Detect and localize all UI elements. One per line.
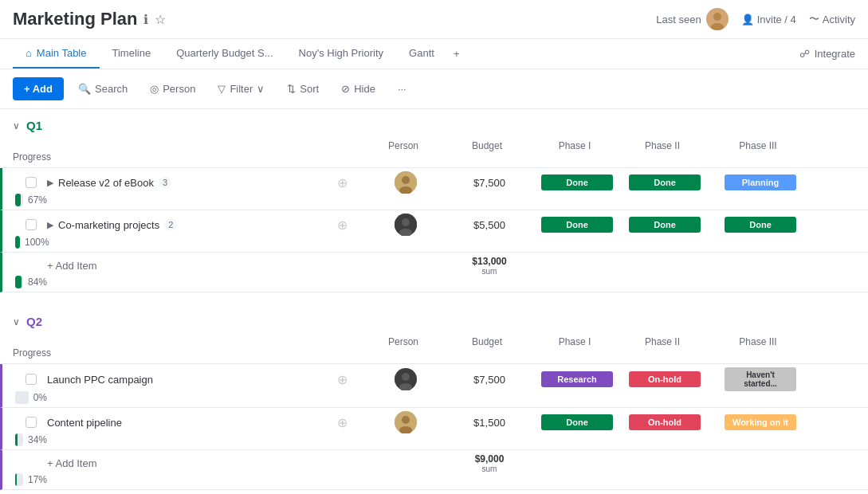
phase1-badge[interactable]: Done (541, 217, 613, 233)
filter-button[interactable]: ▽ Filter ∨ (210, 78, 273, 100)
content: ∨ Q1 Person Budget Phase I Phase II Phas… (0, 109, 868, 494)
phase1-cell[interactable]: Done (533, 217, 621, 233)
phase2-cell[interactable]: On-hold (621, 414, 709, 430)
row-checkbox[interactable] (15, 177, 47, 188)
progress-cell: 100% (15, 236, 47, 249)
progress-bar (15, 391, 29, 404)
row-add-button[interactable]: ⊕ (318, 218, 366, 233)
expand-icon[interactable]: ▶ (47, 178, 53, 188)
phase3-badge[interactable]: Working on it (725, 414, 796, 430)
budget-cell: $1,500 (446, 417, 533, 429)
add-item-label[interactable]: + Add Item (47, 457, 318, 469)
phase3-cell[interactable]: Planning (709, 174, 812, 190)
progress-pct: 67% (28, 194, 47, 206)
phase1-cell[interactable]: Done (533, 174, 621, 190)
table-row: Content pipeline ⊕ $1,500 Done On-hold W… (0, 408, 868, 450)
sum-budget: $13,000 sum (446, 256, 533, 276)
star-icon[interactable]: ☆ (155, 12, 166, 27)
tabs: ⌂ Main Table Timeline Quarterly Budget S… (0, 39, 868, 69)
person-cell (366, 171, 446, 194)
svg-point-1 (713, 13, 721, 21)
phase2-badge[interactable]: On-hold (629, 371, 701, 387)
row-add-button[interactable]: ⊕ (318, 372, 366, 387)
person-cell (366, 368, 446, 390)
hide-label: Hide (354, 83, 375, 95)
phase3-badge[interactable]: Done (725, 217, 796, 233)
phase2-badge[interactable]: Done (629, 217, 701, 233)
phase1-cell[interactable]: Research (533, 371, 621, 387)
sum-progress-pct: 84% (28, 276, 47, 288)
phase3-badge[interactable]: Haven't started... (725, 367, 796, 391)
section-q1-toggle[interactable]: ∨ (13, 120, 20, 131)
add-item-label[interactable]: + Add Item (47, 260, 318, 272)
add-item-row-q2[interactable]: + Add Item $9,000 sum 17% (0, 450, 868, 490)
col-progress: Progress (13, 347, 45, 359)
activity-button[interactable]: 〜 Activity (809, 12, 855, 26)
sub-count: 2 (164, 219, 177, 230)
tab-noys-high-priority[interactable]: Noy's High Priority (286, 39, 397, 69)
add-item-row-q1[interactable]: + Add Item $13,000 sum 84% (0, 253, 868, 292)
more-options-button[interactable]: ··· (390, 78, 414, 100)
info-icon[interactable]: ℹ (143, 12, 148, 27)
phase1-badge[interactable]: Research (541, 371, 613, 387)
section-q2-toggle[interactable]: ∨ (13, 316, 20, 327)
col-budget: Budget (443, 336, 531, 347)
budget-cell: $7,500 (446, 177, 533, 189)
phase1-badge[interactable]: Done (541, 414, 613, 430)
expand-icon[interactable]: ▶ (47, 220, 53, 230)
row-checkbox[interactable] (15, 219, 47, 230)
add-tab-button[interactable]: + (447, 40, 466, 68)
person-button[interactable]: ◎ Person (142, 78, 203, 100)
row-checkbox[interactable] (15, 417, 47, 428)
tab-main-table[interactable]: ⌂ Main Table (13, 39, 100, 69)
svg-point-4 (402, 176, 410, 184)
col-progress: Progress (13, 151, 45, 163)
tab-quarterly-budget[interactable]: Quarterly Budget S... (163, 39, 285, 69)
hide-button[interactable]: ⊘ Hide (333, 78, 383, 100)
invite-button[interactable]: 👤 Invite / 4 (741, 14, 796, 25)
section-q2: ∨ Q2 Person Budget Phase I Phase II Phas… (0, 305, 868, 490)
filter-icon: ▽ (218, 83, 226, 95)
row-name-release-v2: ▶ Release v2 of eBook 3 (47, 177, 318, 189)
table-row: ▶ Co-marketing projects 2 ⊕ $5,500 Done … (0, 210, 868, 253)
row-checkbox[interactable] (15, 374, 47, 385)
sort-button[interactable]: ⇅ Sort (279, 78, 327, 100)
avatar (706, 8, 729, 30)
sum-progress-pct: 17% (28, 474, 47, 485)
phase3-cell[interactable]: Haven't started... (709, 367, 812, 391)
home-icon: ⌂ (26, 47, 32, 59)
row-add-button[interactable]: ⊕ (318, 415, 366, 430)
section-q1: ∨ Q1 Person Budget Phase I Phase II Phas… (0, 109, 868, 292)
phase3-badge[interactable]: Planning (725, 174, 796, 190)
phase2-cell[interactable]: Done (621, 174, 709, 190)
integrate-label: Integrate (815, 48, 855, 60)
tabs-right[interactable]: ☍ Integrate (799, 48, 855, 60)
tab-timeline-label: Timeline (112, 47, 151, 59)
phase2-badge[interactable]: On-hold (629, 414, 701, 430)
phase1-badge[interactable]: Done (541, 174, 613, 190)
phase2-badge[interactable]: Done (629, 174, 701, 190)
progress-fill (15, 194, 21, 206)
page-title: Marketing Plan (13, 9, 137, 29)
phase3-cell[interactable]: Working on it (709, 414, 812, 430)
progress-bar (15, 236, 20, 249)
col-budget: Budget (443, 140, 531, 151)
phase1-cell[interactable]: Done (533, 414, 621, 430)
sum-progress-fill (15, 473, 17, 486)
tab-noys-high-priority-label: Noy's High Priority (299, 47, 384, 59)
add-button[interactable]: + Add (13, 77, 64, 100)
phase2-cell[interactable]: On-hold (621, 371, 709, 387)
add-label: + Add (24, 83, 53, 95)
phase3-cell[interactable]: Done (709, 217, 812, 233)
search-button[interactable]: 🔍 Search (70, 78, 136, 100)
tab-gantt[interactable]: Gantt (396, 39, 447, 69)
progress-bar (15, 433, 23, 446)
row-add-button[interactable]: ⊕ (318, 175, 366, 190)
phase2-cell[interactable]: Done (621, 217, 709, 233)
svg-point-10 (402, 373, 410, 381)
person-label: Person (163, 83, 195, 95)
tab-timeline[interactable]: Timeline (100, 39, 164, 69)
search-icon: 🔍 (78, 83, 91, 95)
tab-main-table-label: Main Table (37, 47, 87, 59)
budget-cell: $5,500 (446, 219, 533, 231)
